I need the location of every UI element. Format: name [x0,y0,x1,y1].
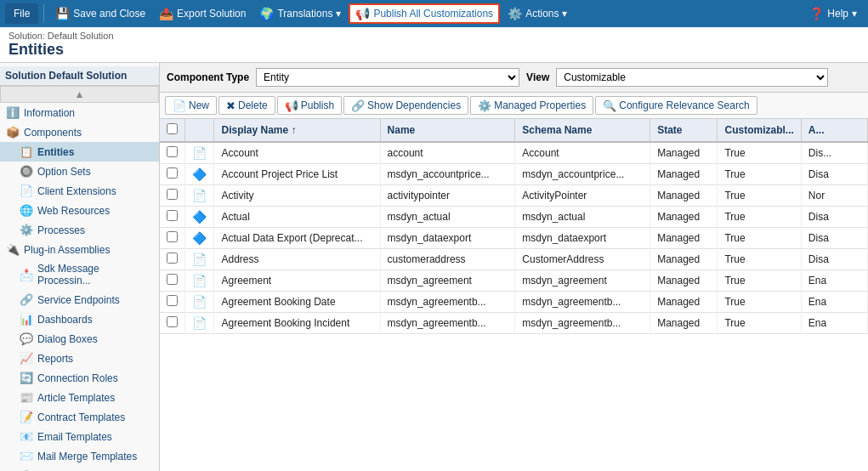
row-checkbox[interactable] [167,295,178,306]
row-display-name: Actual Data Export (Deprecat... [214,228,380,249]
table-row[interactable]: 📄 Agreement Booking Incident msdyn_agree… [160,313,868,334]
components-icon: 📦 [6,126,20,139]
help-label: Help [827,8,848,20]
save-close-button[interactable]: 💾 Save and Close [49,3,151,24]
row-checkbox-cell [160,185,185,207]
sidebar-scroll-up[interactable]: ▲ [0,86,159,103]
row-checkbox[interactable] [167,253,178,264]
row-checkbox[interactable] [167,167,178,179]
sidebar-item-plug-in-assemblies[interactable]: 🔌 Plug-in Assemblies [0,240,159,259]
table-row[interactable]: 📄 Agreement Booking Date msdyn_agreement… [160,292,868,313]
export-icon: 📤 [159,7,173,20]
client-ext-icon: 📄 [20,184,33,197]
sidebar-item-web-resources[interactable]: 🌐 Web Resources [0,201,159,220]
sidebar-item-information[interactable]: ℹ️ Information [0,103,159,122]
row-customizable: True [718,164,801,185]
entities-table: Display Name ↑ Name Schema Name State Cu… [160,119,868,334]
sidebar-item-connection-roles[interactable]: 🔄 Connection Roles [0,368,159,388]
table-row[interactable]: 📄 Account account Account Managed True D… [160,142,868,164]
translations-button[interactable]: 🌍 Translations ▾ [253,3,347,24]
col-display-name[interactable]: Display Name ↑ [214,119,380,142]
web-resources-icon: 🌐 [20,204,33,217]
view-label: View [526,71,549,83]
row-schema-name: msdyn_agreementb... [515,313,650,334]
row-customizable: True [718,249,801,270]
row-display-name: Agreement Booking Date [214,292,380,313]
col-icon [185,119,214,142]
sidebar-item-mail-merge[interactable]: ✉️ Mail Merge Templates [0,446,159,466]
col-state[interactable]: State [650,119,718,142]
sidebar-header: Solution Default Solution [0,66,159,86]
sidebar-item-email-templates[interactable]: 📧 Email Templates [0,427,159,446]
publish-button[interactable]: 📢 Publish [277,96,342,115]
help-button[interactable]: ❓ Help ▾ [803,3,863,24]
row-checkbox[interactable] [167,274,178,285]
row-checkbox-cell [160,313,185,334]
row-state: Managed [650,292,718,313]
managed-properties-button[interactable]: ⚙️ Managed Properties [470,96,593,115]
actions-button[interactable]: ⚙️ Actions ▾ [502,3,573,24]
select-all-checkbox[interactable] [167,123,178,134]
col-auto[interactable]: A... [801,119,867,142]
row-auto: Ena [801,292,867,313]
row-checkbox-cell [160,270,185,292]
row-checkbox[interactable] [167,189,178,200]
publish-all-button[interactable]: 📢 Publish All Customizations [349,3,500,24]
component-type-select[interactable]: Entity [256,68,519,87]
file-button[interactable]: File [5,3,38,24]
col-customizable[interactable]: Customizabl... [718,119,801,142]
export-solution-button[interactable]: 📤 Export Solution [153,3,252,24]
row-checkbox[interactable] [167,210,178,221]
view-select[interactable]: Customizable [556,68,828,87]
row-auto: Disa [801,228,867,249]
row-state: Managed [650,185,718,207]
row-checkbox[interactable] [167,316,178,327]
sidebar-item-article-templates[interactable]: 📰 Article Templates [0,388,159,407]
row-customizable: True [718,228,801,249]
col-schema-name[interactable]: Schema Name [515,119,650,142]
sidebar-item-service-endpoints[interactable]: 🔗 Service Endpoints [0,290,159,309]
sidebar-item-security-roles[interactable]: 🔒 Security Roles [0,466,159,471]
sidebar-item-dashboards[interactable]: 📊 Dashboards [0,309,159,329]
table-row[interactable]: 🔷 Actual msdyn_actual msdyn_actual Manag… [160,207,868,228]
translations-arrow: ▾ [336,8,341,20]
sidebar-item-entities[interactable]: 📋 Entities [0,142,159,162]
sidebar-item-client-extensions[interactable]: 📄 Client Extensions [0,181,159,201]
row-display-name: Account [214,142,380,164]
row-customizable: True [718,313,801,334]
component-bar: Component Type Entity View Customizable [160,63,868,93]
sidebar-item-components[interactable]: 📦 Components [0,122,159,142]
sidebar-item-dialog-boxes[interactable]: 💬 Dialog Boxes [0,329,159,349]
sidebar-item-sdk-message[interactable]: 📩 Sdk Message Processin... [0,259,159,290]
table-row[interactable]: 📄 Address customeraddress CustomerAddres… [160,249,868,270]
main-content: Solution Default Solution ▲ ℹ️ Informati… [0,63,868,471]
row-auto: Disa [801,207,867,228]
table-row[interactable]: 📄 Agreement msdyn_agreement msdyn_agreem… [160,270,868,292]
sidebar-item-label: Reports [37,353,73,365]
row-checkbox[interactable] [167,146,178,157]
contract-icon: 📝 [20,411,33,423]
row-state: Managed [650,164,718,185]
toolbar-sep-1 [43,4,44,23]
delete-button[interactable]: ✖ Delete [218,96,275,115]
sidebar-item-reports[interactable]: 📈 Reports [0,349,159,368]
show-dependencies-button[interactable]: 🔗 Show Dependencies [343,96,468,115]
col-name[interactable]: Name [380,119,515,142]
sidebar-item-processes[interactable]: ⚙️ Processes [0,220,159,240]
service-endpoints-icon: 🔗 [20,293,33,306]
table-row[interactable]: 🔷 Actual Data Export (Deprecat... msdyn_… [160,228,868,249]
sidebar-item-option-sets[interactable]: 🔘 Option Sets [0,162,159,181]
table-row[interactable]: 📄 Activity activitypointer ActivityPoint… [160,185,868,207]
row-state: Managed [650,270,718,292]
option-sets-icon: 🔘 [20,165,33,178]
sidebar-item-label: Client Extensions [37,185,116,197]
configure-relevance-button[interactable]: 🔍 Configure Relevance Search [595,96,757,115]
new-button[interactable]: 📄 New [165,96,217,115]
toolbar-right: ❓ Help ▾ [803,3,863,24]
table-row[interactable]: 🔷 Account Project Price List msdyn_accou… [160,164,868,185]
sidebar-item-contract-templates[interactable]: 📝 Contract Templates [0,407,159,427]
row-customizable: True [718,142,801,164]
row-customizable: True [718,185,801,207]
row-checkbox[interactable] [167,231,178,242]
row-entity-icon: 📄 [192,253,207,266]
